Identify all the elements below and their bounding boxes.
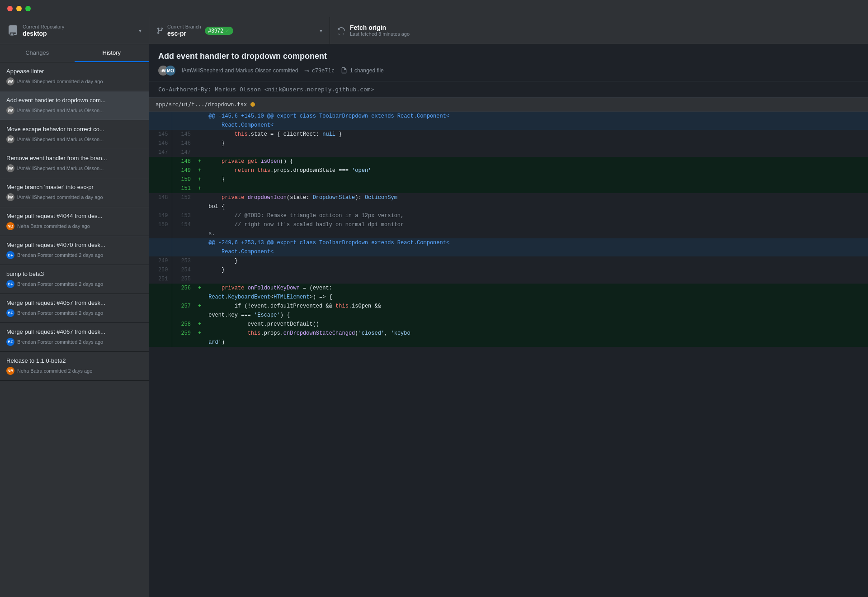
diff-area[interactable]: app/src/ui/t.../dropdown.tsx @@ -145,6 +… bbox=[149, 98, 868, 597]
list-item[interactable]: Merge pull request #4070 from desk... BF… bbox=[0, 236, 149, 265]
minimize-button[interactable] bbox=[16, 6, 22, 11]
branch-labels: Current Branch esc-pr bbox=[167, 24, 201, 38]
fetch-icon bbox=[337, 27, 345, 35]
repo-label-large: desktop bbox=[23, 30, 64, 38]
maximize-button[interactable] bbox=[25, 6, 31, 11]
tab-history[interactable]: History bbox=[75, 44, 149, 62]
main-layout: Changes History Appease linter iW iAmWil… bbox=[0, 44, 868, 597]
commit-title: Appease linter bbox=[6, 68, 142, 75]
author-avatars: iW MO bbox=[158, 66, 175, 76]
commit-author: Brendan Forster committed 2 days ago bbox=[17, 310, 103, 316]
branch-pr-badge: #3972 ✓ bbox=[205, 27, 233, 35]
diff-row: 251 255 bbox=[149, 275, 868, 284]
avatar: iW bbox=[6, 106, 14, 114]
list-item[interactable]: bump to beta3 BF Brendan Forster committ… bbox=[0, 265, 149, 294]
tab-changes[interactable]: Changes bbox=[0, 44, 75, 62]
repo-caret-icon: ▾ bbox=[139, 28, 142, 34]
commit-title: Move escape behavior to correct co... bbox=[6, 126, 142, 133]
diff-row-added: 151 + bbox=[149, 184, 868, 193]
toolbar: Current Repository desktop ▾ Current Bra… bbox=[0, 17, 868, 44]
commit-title: Remove event handler from the bran... bbox=[6, 155, 142, 161]
avatar: iW bbox=[6, 135, 14, 143]
list-item[interactable]: Merge branch 'master' into esc-pr iW iAm… bbox=[0, 178, 149, 207]
changed-files-text: 1 changed file bbox=[350, 67, 384, 74]
commit-list: Appease linter iW iAmWillShepherd commit… bbox=[0, 62, 149, 597]
file-path: app/src/ui/t.../dropdown.tsx bbox=[156, 101, 247, 108]
commit-authors-text: iAmWillShepherd and Markus Olsson commit… bbox=[182, 67, 298, 74]
fetch-label-large: Fetch origin bbox=[350, 24, 410, 32]
commit-author: iAmWillShepherd and Markus Olsson... bbox=[17, 137, 104, 142]
diff-row-added: 150 + } bbox=[149, 175, 868, 184]
diff-row-added: 256 + private onFoldoutKeyDown = (event: bbox=[149, 284, 868, 293]
diff-row: bol { bbox=[149, 202, 868, 211]
diff-row: 148 152 private dropdownIcon(state: Drop… bbox=[149, 193, 868, 202]
diff-row-added: 257 + if (!event.defaultPrevented && thi… bbox=[149, 302, 868, 311]
repo-labels: Current Repository desktop bbox=[23, 24, 64, 38]
commit-meta: NB Neha Batra committed 2 days ago bbox=[6, 367, 142, 375]
avatar: NB bbox=[6, 222, 14, 230]
commit-author: Brendan Forster committed 2 days ago bbox=[17, 339, 103, 345]
commit-author: Brendan Forster committed 2 days ago bbox=[17, 252, 103, 258]
avatar: BF bbox=[6, 338, 14, 346]
list-item[interactable]: Release to 1.1.0-beta2 NB Neha Batra com… bbox=[0, 352, 149, 381]
file-modified-indicator bbox=[250, 102, 255, 107]
diff-row: 150 154 // right now it's scaled badly o… bbox=[149, 220, 868, 229]
diff-row: 149 153 // @TODO: Remake triangle octico… bbox=[149, 211, 868, 220]
current-branch-section[interactable]: Current Branch esc-pr #3972 ✓ ▾ bbox=[149, 17, 330, 44]
commit-subject: Add event handler to dropdown component bbox=[158, 52, 859, 61]
changed-files: 1 changed file bbox=[341, 67, 384, 74]
commit-author: Neha Batra committed 2 days ago bbox=[17, 368, 92, 374]
avatar: MO bbox=[165, 66, 175, 76]
diff-row-added: 148 + private get isOpen() { bbox=[149, 157, 868, 166]
sidebar: Changes History Appease linter iW iAmWil… bbox=[0, 44, 149, 597]
commit-author: Neha Batra committed a day ago bbox=[17, 223, 90, 229]
commit-title: Merge branch 'master' into esc-pr bbox=[6, 184, 142, 190]
list-item[interactable]: Merge pull request #4057 from desk... BF… bbox=[0, 294, 149, 323]
sidebar-tabs: Changes History bbox=[0, 44, 149, 62]
list-item[interactable]: Appease linter iW iAmWillShepherd commit… bbox=[0, 62, 149, 91]
commit-meta: iW iAmWillShepherd committed a day ago bbox=[6, 193, 142, 201]
avatar: BF bbox=[6, 309, 14, 317]
avatar: BF bbox=[6, 251, 14, 259]
diff-row-added: 149 + return this.props.dropdownState ==… bbox=[149, 166, 868, 175]
avatar: iW bbox=[6, 77, 14, 85]
hunk-header: @@ -145,6 +145,10 @@ export class Toolba… bbox=[149, 112, 868, 121]
list-item[interactable]: Move escape behavior to correct co... iW… bbox=[0, 120, 149, 149]
list-item[interactable]: Add event handler to dropdown com... iW … bbox=[0, 91, 149, 120]
commit-author: iAmWillShepherd and Markus Olsson... bbox=[17, 166, 104, 171]
list-item[interactable]: Merge pull request #4044 from des... NB … bbox=[0, 207, 149, 236]
commit-meta: iW iAmWillShepherd and Markus Olsson... bbox=[6, 135, 142, 143]
commit-info-row: iW MO iAmWillShepherd and Markus Olsson … bbox=[158, 66, 859, 76]
commit-title: Merge pull request #4044 from des... bbox=[6, 213, 142, 219]
diff-row-added: ard') bbox=[149, 338, 868, 347]
close-button[interactable] bbox=[7, 6, 13, 11]
diff-row: React.Component< bbox=[149, 247, 868, 256]
list-item[interactable]: Remove event handler from the bran... iW… bbox=[0, 149, 149, 178]
repo-label-small: Current Repository bbox=[23, 24, 64, 30]
diff-row-added: 258 + event.preventDefault() bbox=[149, 320, 868, 329]
commit-title: Add event handler to dropdown com... bbox=[6, 97, 142, 104]
diff-table: @@ -145,6 +145,10 @@ export class Toolba… bbox=[149, 112, 868, 347]
diff-row: 146 146 } bbox=[149, 139, 868, 148]
current-repository-section[interactable]: Current Repository desktop ▾ bbox=[0, 17, 149, 44]
content-area: Add event handler to dropdown component … bbox=[149, 44, 868, 597]
fetch-labels: Fetch origin Last fetched 3 minutes ago bbox=[350, 24, 410, 38]
avatar: BF bbox=[6, 280, 14, 288]
commit-author: iAmWillShepherd committed a day ago bbox=[17, 194, 103, 200]
commit-meta: BF Brendan Forster committed 2 days ago bbox=[6, 338, 142, 346]
commit-author: iAmWillShepherd committed a day ago bbox=[17, 79, 103, 84]
fetch-label-small: Last fetched 3 minutes ago bbox=[350, 31, 410, 37]
diff-row-added: event.key === 'Escape') { bbox=[149, 311, 868, 320]
commit-body: Co-Authored-By: Markus Olsson <niik@user… bbox=[149, 81, 868, 98]
diff-row: React.Component< bbox=[149, 121, 868, 130]
fetch-origin-section[interactable]: Fetch origin Last fetched 3 minutes ago bbox=[330, 17, 466, 44]
diff-row-added: 259 + this.props.onDropdownStateChanged(… bbox=[149, 329, 868, 338]
list-item[interactable]: Merge pull request #4067 from desk... BF… bbox=[0, 323, 149, 352]
commit-title: Merge pull request #4070 from desk... bbox=[6, 242, 142, 248]
commit-meta: iW iAmWillShepherd and Markus Olsson... bbox=[6, 106, 142, 114]
branch-caret-icon: ▾ bbox=[320, 28, 322, 34]
commit-title: Merge pull request #4067 from desk... bbox=[6, 328, 142, 335]
commit-meta: iW iAmWillShepherd committed a day ago bbox=[6, 77, 142, 85]
commit-author: iAmWillShepherd and Markus Olsson... bbox=[17, 108, 104, 113]
commit-title: bump to beta3 bbox=[6, 270, 142, 277]
